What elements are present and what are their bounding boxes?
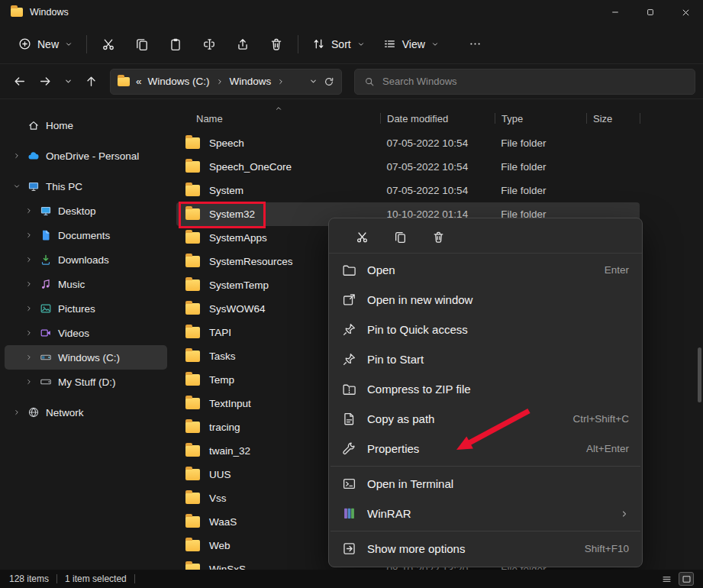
chevron-right-icon[interactable] bbox=[24, 305, 34, 312]
column-header-size[interactable]: Size bbox=[587, 107, 640, 130]
onedrive-cloud-icon bbox=[27, 150, 40, 162]
column-header-date-modified[interactable]: Date modified bbox=[381, 107, 495, 130]
menu-item-compress-to-zip[interactable]: Compress to ZIP file bbox=[333, 374, 638, 404]
context-delete-button[interactable] bbox=[428, 228, 448, 247]
sidebar-item-network[interactable]: Network bbox=[5, 400, 167, 425]
view-button[interactable]: View bbox=[374, 31, 448, 57]
sidebar-item-music[interactable]: Music bbox=[5, 272, 167, 296]
sidebar-item-home[interactable]: Home bbox=[5, 113, 167, 137]
details-view-button[interactable] bbox=[659, 572, 674, 586]
chevron-right-icon[interactable] bbox=[12, 409, 21, 416]
menu-item-label: WinRAR bbox=[367, 507, 411, 520]
rename-button[interactable] bbox=[192, 30, 226, 59]
minimize-icon bbox=[611, 8, 620, 17]
file-type: File folder bbox=[495, 161, 586, 173]
address-box[interactable]: « Windows (C:) Windows bbox=[110, 69, 342, 95]
sidebar-item-windows-c[interactable]: Windows (C:) bbox=[5, 345, 167, 370]
sidebar-item-videos[interactable]: Videos bbox=[5, 321, 167, 345]
file-name: Speech bbox=[209, 137, 244, 149]
new-button[interactable]: New bbox=[9, 31, 82, 57]
column-header-name[interactable]: Name bbox=[176, 107, 381, 130]
chevron-right-icon[interactable] bbox=[24, 280, 34, 288]
forward-button[interactable] bbox=[34, 70, 56, 93]
copy-button[interactable] bbox=[125, 30, 159, 59]
file-row[interactable]: Speech_OneCore 07-05-2022 10:54 File fol… bbox=[176, 155, 640, 179]
sidebar-item-label: This PC bbox=[46, 181, 82, 192]
chevron-right-icon[interactable] bbox=[24, 231, 34, 239]
chevron-right-icon[interactable] bbox=[24, 378, 34, 386]
column-headers: Name Date modified Type Size bbox=[176, 107, 703, 130]
documents-icon bbox=[40, 229, 52, 241]
delete-button[interactable] bbox=[260, 30, 293, 59]
sidebar-item-onedrive[interactable]: OneDrive - Personal bbox=[5, 144, 167, 168]
context-cut-button[interactable] bbox=[352, 228, 372, 247]
home-icon bbox=[27, 119, 40, 131]
view-icon bbox=[383, 37, 396, 50]
large-icons-view-button[interactable] bbox=[679, 572, 694, 586]
search-input[interactable] bbox=[382, 76, 685, 87]
share-button[interactable] bbox=[226, 30, 260, 59]
maximize-button[interactable] bbox=[633, 0, 668, 24]
folder-icon bbox=[185, 327, 200, 338]
item-count: 128 items bbox=[9, 573, 49, 584]
breadcrumb-drive[interactable]: Windows (C:) bbox=[148, 76, 210, 87]
sidebar-item-desktop[interactable]: Desktop bbox=[5, 199, 167, 223]
recent-locations-button[interactable] bbox=[60, 70, 76, 93]
chevron-right-icon[interactable] bbox=[24, 329, 34, 337]
menu-item-label: Compress to ZIP file bbox=[367, 383, 471, 396]
refresh-icon[interactable] bbox=[324, 76, 334, 87]
menu-item-open-in-terminal[interactable]: Open in Terminal bbox=[333, 469, 638, 499]
pictures-icon bbox=[40, 302, 52, 315]
cut-button[interactable] bbox=[92, 30, 125, 59]
file-date-modified: 07-05-2022 10:54 bbox=[381, 161, 495, 173]
folder-icon bbox=[185, 303, 200, 315]
sidebar-item-pictures[interactable]: Pictures bbox=[5, 296, 167, 321]
sidebar-item-documents[interactable]: Documents bbox=[5, 223, 167, 247]
vertical-scrollbar-thumb[interactable] bbox=[698, 347, 701, 402]
file-row[interactable]: System 07-05-2022 10:54 File folder bbox=[176, 179, 640, 202]
chevron-right-icon[interactable] bbox=[24, 207, 34, 215]
titlebar: Windows bbox=[0, 0, 703, 24]
drive-c-icon bbox=[40, 351, 52, 363]
sidebar-item-downloads[interactable]: Downloads bbox=[5, 247, 167, 272]
delete-icon bbox=[269, 37, 283, 51]
cut-icon bbox=[356, 231, 369, 244]
menu-item-pin-to-start[interactable]: Pin to Start bbox=[333, 344, 638, 374]
sidebar-item-my-stuff-d[interactable]: My Stuff (D:) bbox=[5, 370, 167, 394]
menu-item-properties[interactable]: Properties Alt+Enter bbox=[333, 434, 638, 464]
minimize-button[interactable] bbox=[598, 0, 633, 24]
chevron-down-icon[interactable] bbox=[12, 183, 21, 190]
file-name: Tasks bbox=[209, 351, 236, 362]
submenu-chevron-icon bbox=[620, 509, 629, 519]
menu-item-copy-as-path[interactable]: Copy as path Ctrl+Shift+C bbox=[333, 404, 638, 434]
address-dropdown-icon[interactable] bbox=[309, 77, 318, 86]
menu-item-pin-to-quick-access[interactable]: Pin to Quick access bbox=[333, 315, 638, 344]
column-header-type[interactable]: Type bbox=[495, 107, 587, 130]
menu-item-show-more-options[interactable]: Show more options Shift+F10 bbox=[333, 534, 638, 564]
more-options-button[interactable] bbox=[459, 30, 492, 59]
chevron-right-icon[interactable] bbox=[24, 256, 34, 263]
close-button[interactable] bbox=[668, 0, 703, 24]
sidebar-item-label: OneDrive - Personal bbox=[46, 150, 139, 162]
menu-item-winrar[interactable]: WinRAR bbox=[333, 499, 638, 528]
file-row[interactable]: Speech 07-05-2022 10:54 File folder bbox=[176, 131, 640, 155]
sort-button[interactable]: Sort bbox=[303, 31, 374, 57]
chevron-right-icon[interactable] bbox=[12, 152, 21, 160]
toolbar-separator bbox=[86, 35, 87, 53]
context-copy-button[interactable] bbox=[390, 228, 410, 247]
sidebar-item-this-pc[interactable]: This PC bbox=[5, 174, 167, 199]
folder-icon bbox=[185, 256, 200, 267]
folder-icon bbox=[185, 516, 200, 528]
breadcrumb-folder[interactable]: Windows bbox=[230, 76, 272, 87]
file-name: TextInput bbox=[209, 398, 251, 409]
chevron-right-icon[interactable] bbox=[24, 354, 34, 361]
menu-item-open[interactable]: Open Enter bbox=[333, 255, 638, 285]
up-button[interactable] bbox=[79, 70, 102, 93]
paste-button[interactable] bbox=[159, 30, 192, 59]
back-button[interactable] bbox=[8, 70, 31, 93]
file-name: TAPI bbox=[209, 327, 231, 338]
search-box[interactable] bbox=[354, 69, 695, 95]
breadcrumb-overflow[interactable]: « bbox=[136, 76, 142, 87]
view-toggles bbox=[659, 572, 694, 586]
menu-item-open-in-new-window[interactable]: Open in new window bbox=[333, 285, 638, 315]
